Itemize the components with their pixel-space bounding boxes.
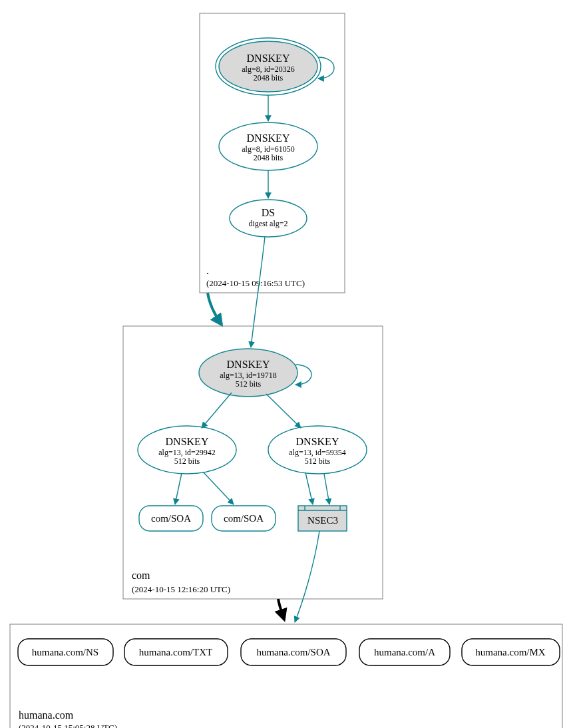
svg-text:DNSKEY: DNSKEY (247, 132, 290, 144)
node-humana-ns: humana.com/NS (18, 639, 113, 665)
node-root-zsk: DNSKEY alg=8, id=61050 2048 bits (219, 122, 317, 170)
node-com-nsec3: NSEC3 (298, 506, 347, 531)
edge-com-ksk-zsk1 (202, 393, 232, 428)
edge-com-zsk1-soa1 (175, 473, 182, 504)
edge-delegation-root-com (208, 293, 222, 325)
zone-humana-timestamp: (2024-10-15 15:05:28 UTC) (19, 723, 117, 728)
node-root-ds: DS digest alg=2 (230, 200, 307, 237)
svg-text:NSEC3: NSEC3 (307, 515, 338, 526)
svg-text:DS: DS (262, 207, 275, 218)
node-humana-soa: humana.com/SOA (241, 639, 346, 665)
svg-text:humana.com/TXT: humana.com/TXT (139, 647, 212, 657)
svg-text:2048 bits: 2048 bits (254, 153, 284, 162)
node-humana-txt: humana.com/TXT (124, 639, 228, 665)
edge-com-nsec3-humana (295, 531, 319, 622)
svg-text:com/SOA: com/SOA (151, 513, 191, 524)
svg-text:digest alg=2: digest alg=2 (248, 219, 288, 228)
node-com-soa1: com/SOA (139, 506, 203, 531)
zone-humana-name: humana.com (19, 709, 74, 721)
zone-root-name: . (206, 265, 209, 276)
zone-root: . (2024-10-15 09:16:53 UTC) DNSKEY alg=8… (200, 13, 345, 293)
edge-com-zsk2-nsec3 (324, 474, 329, 504)
svg-point-10 (230, 200, 307, 237)
svg-text:alg=8, id=61050: alg=8, id=61050 (242, 144, 295, 154)
node-root-ksk: DNSKEY alg=8, id=20326 2048 bits (216, 38, 321, 95)
svg-text:DNSKEY: DNSKEY (247, 53, 290, 64)
node-humana-mx: humana.com/MX (462, 639, 560, 665)
zone-humana: humana.com (2024-10-15 15:05:28 UTC) hum… (10, 624, 562, 728)
node-com-ksk: DNSKEY alg=13, id=19718 512 bits (199, 349, 297, 397)
edge-com-zsk1-nsec3 (305, 472, 313, 504)
svg-text:512 bits: 512 bits (236, 379, 262, 389)
edge-delegation-com-humana (278, 599, 284, 620)
edge-com-ksk-self (295, 365, 311, 385)
zone-root-timestamp: (2024-10-15 09:16:53 UTC) (206, 278, 305, 288)
node-com-soa2: com/SOA (212, 506, 276, 531)
svg-text:512 bits: 512 bits (305, 456, 331, 466)
zone-com-name: com (132, 570, 150, 581)
node-com-zsk2: DNSKEY alg=13, id=59354 512 bits (268, 426, 367, 474)
svg-text:alg=13, id=59354: alg=13, id=59354 (289, 448, 346, 457)
svg-text:DNSKEY: DNSKEY (296, 436, 339, 447)
zone-com-timestamp: (2024-10-15 12:16:20 UTC) (132, 584, 230, 594)
svg-text:DNSKEY: DNSKEY (166, 436, 209, 447)
edge-com-zsk1-soa2 (203, 472, 234, 504)
dnssec-diagram: . (2024-10-15 09:16:53 UTC) DNSKEY alg=8… (0, 0, 575, 728)
zone-com: com (2024-10-15 12:16:20 UTC) DNSKEY alg… (123, 326, 383, 599)
svg-text:alg=8, id=20326: alg=8, id=20326 (242, 65, 295, 74)
edge-com-ksk-zsk2 (266, 394, 301, 428)
svg-text:com/SOA: com/SOA (224, 513, 264, 524)
svg-text:humana.com/NS: humana.com/NS (32, 647, 98, 657)
svg-text:alg=13, id=19718: alg=13, id=19718 (220, 371, 277, 380)
edge-root-ds-com-ksk (251, 237, 265, 347)
node-humana-a: humana.com/A (359, 639, 450, 665)
svg-text:512 bits: 512 bits (174, 456, 200, 466)
svg-text:alg=13, id=29942: alg=13, id=29942 (158, 448, 216, 457)
svg-text:DNSKEY: DNSKEY (227, 359, 270, 370)
svg-text:2048 bits: 2048 bits (254, 73, 284, 83)
svg-text:humana.com/A: humana.com/A (374, 647, 435, 657)
svg-text:humana.com/MX: humana.com/MX (475, 647, 546, 657)
node-com-zsk1: DNSKEY alg=13, id=29942 512 bits (138, 426, 236, 474)
svg-text:humana.com/SOA: humana.com/SOA (256, 647, 330, 657)
